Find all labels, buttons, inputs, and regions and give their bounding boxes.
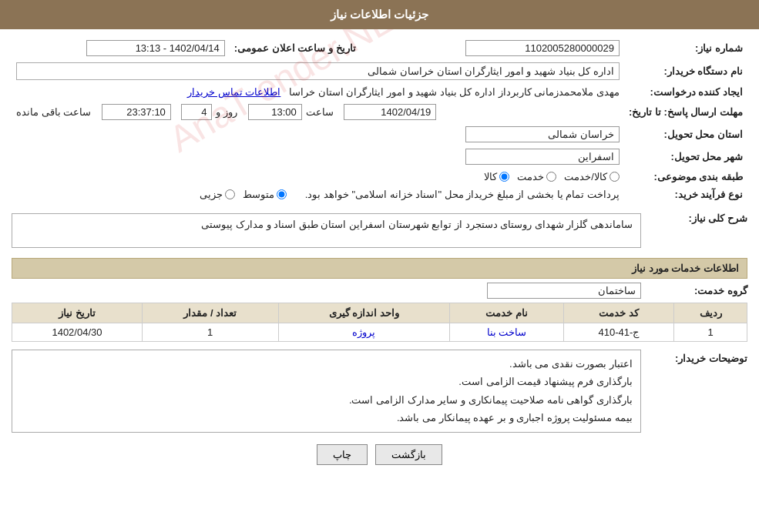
process-label-minor: جزیی	[200, 189, 223, 200]
need-number-label: شماره نیاز:	[624, 37, 747, 59]
buyer-org-label: نام دستگاه خریدار:	[624, 59, 747, 83]
process-label: نوع فرآیند خرید:	[624, 186, 747, 203]
response-remaining: 23:37:10	[102, 104, 171, 120]
buyer-note-line: بارگذاری گواهی نامه صلاحیت پیمانکاری و س…	[20, 391, 633, 409]
cell-service-code: ج-41-410	[563, 323, 674, 342]
category-label-kala: کالا	[484, 171, 497, 182]
cell-row-num: 1	[674, 323, 747, 342]
city-row: شهر محل تحویل: اسفراین	[12, 146, 747, 168]
table-row: 1 ج-41-410 ساخت بنا پروژه 1 1402/04/30	[12, 323, 747, 342]
buyer-notes-content: اعتبار بصورت نقدی می باشد.بارگذاری فرم پ…	[12, 350, 641, 433]
col-unit: واحد اندازه گیری	[278, 303, 450, 323]
buyer-org-value-cell: اداره کل بنیاد شهید و امور ایثارگران است…	[12, 59, 624, 83]
col-row-num: ردیف	[674, 303, 747, 323]
response-deadline-label: مهلت ارسال پاسخ: تا تاریخ:	[624, 101, 747, 123]
back-button[interactable]: بازگشت	[375, 444, 442, 465]
cell-unit[interactable]: پروژه	[278, 323, 450, 342]
response-days: 4	[181, 104, 212, 120]
buyer-org-row: نام دستگاه خریدار: اداره کل بنیاد شهید و…	[12, 59, 747, 83]
col-quantity: تعداد / مقدار	[142, 303, 278, 323]
announce-date-label: تاریخ و ساعت اعلان عمومی:	[230, 37, 361, 59]
page-title: جزئیات اطلاعات نیاز	[331, 8, 428, 21]
col-date: تاریخ نیاز	[12, 303, 143, 323]
category-radio-group: کالا/خدمت خدمت کالا	[16, 171, 620, 182]
response-deadline-row: مهلت ارسال پاسخ: تا تاریخ: 1402/04/19 سا…	[12, 101, 747, 123]
need-number-row: شماره نیاز: 1102005280000029 تاریخ و ساع…	[12, 37, 747, 59]
services-table-header-row: ردیف کد خدمت نام خدمت واحد اندازه گیری ت…	[12, 303, 747, 323]
response-deadline-values: 1402/04/19 ساعت 13:00 روز و 4 23:37:10 س…	[12, 101, 624, 123]
province-row: استان محل تحویل: خراسان شمالی	[12, 123, 747, 146]
response-time: 13:00	[248, 104, 302, 120]
buyer-note-line: بارگذاری فرم پیشنهاد قیمت الزامی است.	[20, 373, 633, 390]
buyer-org-value: اداره کل بنیاد شهید و امور ایثارگران است…	[16, 62, 620, 80]
category-radio-kala: کالا	[484, 171, 509, 182]
response-days-label: روز و	[216, 106, 237, 118]
cell-quantity: 1	[142, 323, 278, 342]
process-label-medium: متوسط	[243, 189, 274, 200]
province-value-cell: خراسان شمالی	[12, 123, 624, 146]
cell-service-name[interactable]: ساخت بنا	[450, 323, 563, 342]
creator-label: ایجاد کننده درخواست:	[624, 83, 747, 101]
creator-link[interactable]: اطلاعات تماس خریدار	[187, 86, 280, 98]
province-label: استان محل تحویل:	[624, 123, 747, 146]
service-group-value: ساختمان	[487, 283, 641, 299]
category-radio-kala-khedmat: کالا/خدمت	[564, 171, 620, 182]
category-label-khedmat: خدمت	[517, 171, 544, 182]
col-service-name: نام خدمت	[450, 303, 563, 323]
need-number-value: 1102005280000029	[465, 40, 620, 56]
button-row: بازگشت چاپ	[12, 433, 747, 477]
category-radio-khedmat-input[interactable]	[546, 172, 556, 182]
city-label: شهر محل تحویل:	[624, 146, 747, 168]
announce-date-value: 1402/04/14 - 13:13	[86, 40, 225, 56]
process-radio-medium: متوسط	[243, 189, 287, 200]
need-number-value-cell: 1102005280000029	[384, 37, 624, 59]
category-radio-khedmat: خدمت	[517, 171, 556, 182]
buyer-notes-label: توضیحات خریدار:	[647, 350, 747, 364]
info-table: شماره نیاز: 1102005280000029 تاریخ و ساع…	[12, 37, 747, 203]
province-value: خراسان شمالی	[465, 126, 620, 142]
services-table-header: ردیف کد خدمت نام خدمت واحد اندازه گیری ت…	[12, 303, 747, 323]
description-label: شرح کلی نیاز:	[647, 209, 747, 224]
category-radio-kala-input[interactable]	[499, 172, 509, 182]
services-section-title: اطلاعات خدمات مورد نیاز	[12, 258, 747, 279]
cell-date: 1402/04/30	[12, 323, 143, 342]
announce-date-value-cell: 1402/04/14 - 13:13	[12, 37, 230, 59]
print-button[interactable]: چاپ	[317, 444, 368, 465]
process-radio-minor: جزیی	[200, 189, 235, 200]
category-options-cell: کالا/خدمت خدمت کالا	[12, 168, 624, 186]
process-radio-group: پرداخت تمام یا بخشی از مبلغ خریداز محل "…	[16, 189, 620, 200]
category-row: طبقه بندی موضوعی: کالا/خدمت خدمت	[12, 168, 747, 186]
process-options-cell: پرداخت تمام یا بخشی از مبلغ خریداز محل "…	[12, 186, 624, 203]
creator-value-cell: مهدی ملامحمدزمانی کاربرداز اداره کل بنیا…	[12, 83, 624, 101]
response-date-row: 1402/04/19 ساعت 13:00 روز و 4 23:37:10 س…	[16, 104, 620, 120]
creator-row: ایجاد کننده درخواست: مهدی ملامحمدزمانی ک…	[12, 83, 747, 101]
process-radio-medium-input[interactable]	[277, 189, 287, 199]
process-note: پرداخت تمام یا بخشی از مبلغ خریداز محل "…	[305, 189, 620, 200]
city-value: اسفراین	[465, 149, 620, 165]
category-label: طبقه بندی موضوعی:	[624, 168, 747, 186]
process-radio-minor-input[interactable]	[225, 189, 235, 199]
response-time-label: ساعت	[306, 106, 334, 118]
service-group-label: گروه خدمت:	[647, 285, 747, 296]
page-container: جزئیات اطلاعات نیاز AnaT ender.NET شماره…	[0, 0, 759, 532]
buyer-notes-section: توضیحات خریدار: اعتبار بصورت نقدی می باش…	[12, 350, 747, 433]
buyer-note-line: اعتبار بصورت نقدی می باشد.	[20, 355, 633, 373]
description-value: ساماندهی گلزار شهدای روستای دستجرد از تو…	[12, 213, 641, 248]
page-header: جزئیات اطلاعات نیاز	[0, 0, 759, 29]
category-radio-kala-khedmat-input[interactable]	[610, 172, 620, 182]
city-value-cell: اسفراین	[12, 146, 624, 168]
services-table-body: 1 ج-41-410 ساخت بنا پروژه 1 1402/04/30	[12, 323, 747, 342]
response-remaining-label: ساعت باقی مانده	[16, 106, 91, 118]
process-row: نوع فرآیند خرید: پرداخت تمام یا بخشی از …	[12, 186, 747, 203]
services-table: ردیف کد خدمت نام خدمت واحد اندازه گیری ت…	[12, 303, 747, 342]
main-content: AnaT ender.NET شماره نیاز: 1102005280000…	[0, 29, 759, 484]
description-section: شرح کلی نیاز: ساماندهی گلزار شهدای روستا…	[12, 209, 747, 252]
buyer-note-line: بیمه مسئولیت پروژه اجباری و بر عهده پیما…	[20, 409, 633, 427]
col-service-code: کد خدمت	[563, 303, 674, 323]
creator-value: مهدی ملامحمدزمانی کاربرداز اداره کل بنیا…	[289, 86, 620, 98]
service-group-row: گروه خدمت: ساختمان	[12, 283, 747, 299]
response-date: 1402/04/19	[344, 104, 436, 120]
category-label-kala-khedmat: کالا/خدمت	[564, 171, 607, 182]
